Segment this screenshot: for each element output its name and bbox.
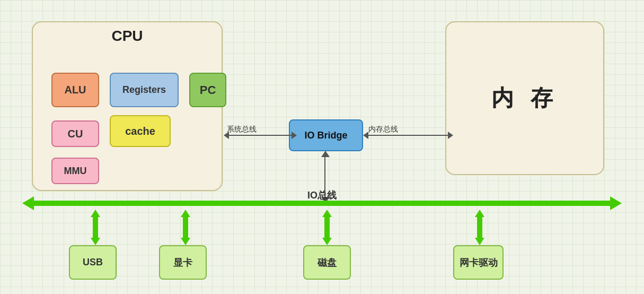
mem-bus-label: 内存总线 [368, 125, 398, 134]
mem-bus-arrowhead-right [448, 132, 453, 139]
io-bus-arrowhead-right [610, 196, 622, 210]
usb-label: USB [83, 257, 103, 268]
pc-box: PC [189, 73, 226, 107]
network-arrow-line [477, 217, 482, 238]
diagram: CPU ALU Registers PC CU cache MMU 内 存 IO… [0, 0, 644, 294]
alu-label: ALU [64, 84, 86, 96]
mmu-box: MMU [51, 158, 99, 184]
network-label: 网卡驱动 [460, 256, 498, 269]
display-box: 显卡 [159, 245, 207, 280]
mmu-label: MMU [64, 166, 87, 177]
disk-arrow-line [324, 217, 330, 238]
disk-arrowhead-down [322, 238, 332, 245]
display-arrowhead-up [181, 210, 190, 217]
usb-box: USB [69, 245, 117, 280]
disk-label: 磁盘 [317, 256, 337, 269]
registers-box: Registers [110, 73, 179, 107]
cu-label: CU [68, 128, 83, 140]
disk-arrowhead-up [322, 210, 332, 217]
sys-bus-line [229, 135, 292, 136]
usb-arrowhead-up [91, 210, 100, 217]
display-arrowhead-down [181, 238, 190, 245]
mem-bus-line [368, 135, 448, 136]
usb-arrow-line [93, 217, 98, 238]
pc-label: PC [200, 83, 216, 97]
sys-bus-label: 系统总线 [227, 125, 257, 134]
mem-bus-arrowhead-left [363, 132, 368, 139]
display-label: 显卡 [173, 256, 192, 269]
io-bridge-box: IO Bridge [289, 119, 363, 151]
network-box: 网卡驱动 [453, 245, 504, 280]
sys-bus-arrowhead-right [292, 132, 297, 139]
cu-box: CU [51, 120, 99, 147]
network-arrowhead-up [475, 210, 484, 217]
memory-box: 内 存 [445, 21, 604, 175]
disk-box: 磁盘 [303, 245, 351, 280]
network-arrowhead-down [475, 238, 484, 245]
memory-label: 内 存 [491, 83, 558, 113]
alu-box: ALU [51, 73, 99, 107]
vert-arrowhead-top [321, 151, 330, 157]
cpu-label: CPU [111, 28, 143, 45]
cache-box: cache [110, 115, 171, 147]
cpu-box: CPU ALU Registers PC CU cache MMU [32, 21, 223, 191]
io-bridge-label: IO Bridge [304, 130, 347, 141]
registers-label: Registers [122, 84, 166, 96]
display-arrow-line [183, 217, 188, 238]
io-bus-label: IO总线 [307, 189, 337, 202]
io-bus-line [32, 201, 612, 206]
usb-arrow-down-head [91, 238, 100, 245]
cache-label: cache [125, 125, 155, 137]
